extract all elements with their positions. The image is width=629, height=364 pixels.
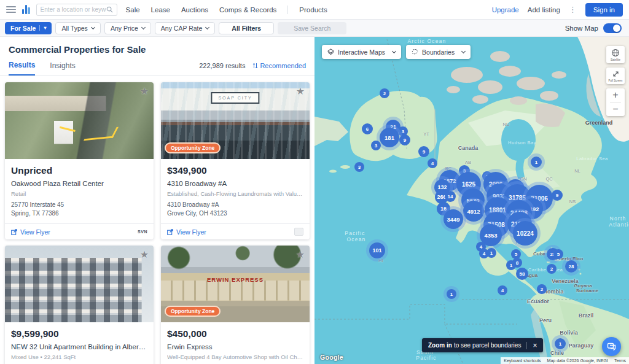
chevron-down-icon	[205, 25, 209, 29]
map-cluster[interactable]: 28	[565, 260, 577, 273]
sort-control[interactable]: Recommended	[252, 62, 306, 69]
map-cluster[interactable]: 4	[428, 158, 437, 168]
map-cluster[interactable]: 181	[380, 128, 399, 147]
sign-in-button[interactable]: Sign in	[585, 3, 623, 17]
favorite-star-icon[interactable]: ★	[296, 249, 305, 260]
map-cluster[interactable]: 9	[552, 190, 563, 201]
property-photo: ★	[5, 246, 154, 322]
property-photo: SOAP CITY ★ Opportunity Zone	[161, 82, 310, 159]
filter-dropdown-any-price[interactable]: Any Price	[104, 22, 151, 34]
map-right-controls: Satellite Full Screen + −	[606, 46, 625, 116]
view-flyer-link[interactable]: View Flyer	[167, 228, 206, 236]
card-footer: View Flyer	[161, 223, 310, 239]
map-cluster[interactable]: 1	[531, 157, 542, 168]
search-input[interactable]	[41, 6, 106, 13]
property-photo: ERWIN EXPRESS ★ Opportunity Zone	[161, 246, 310, 322]
map-cluster[interactable]: 14	[445, 191, 456, 202]
nav-links: SaleLeaseAuctionsComps & RecordsProducts	[126, 6, 327, 14]
zoom-out-button[interactable]: −	[606, 103, 625, 116]
map-attribution: Keyboard shortcuts Map data ©2026 Google…	[501, 357, 629, 364]
tab-results[interactable]: Results	[9, 61, 35, 76]
card-body: $450,000 Erwin Express Well-Equipped 4 B…	[161, 322, 310, 364]
crexi-logo-icon[interactable]	[22, 5, 30, 14]
globe-icon	[611, 48, 620, 57]
property-card[interactable]: ★ Unpriced Oakwood Plaza Retail Center R…	[5, 82, 154, 239]
map-cluster[interactable]: 2	[380, 88, 389, 98]
broker-logo	[294, 228, 303, 236]
show-map-toggle[interactable]	[603, 23, 622, 33]
map-cluster[interactable]: 101	[369, 242, 385, 258]
photo-text: SOAP CITY	[211, 92, 259, 104]
nav-link-sale[interactable]: Sale	[126, 6, 140, 14]
map-cluster[interactable]: 2	[537, 284, 547, 294]
kebab-menu-icon[interactable]: ⋮	[569, 6, 577, 14]
property-card[interactable]: ERWIN EXPRESS ★ Opportunity Zone $450,00…	[161, 246, 310, 364]
interactive-maps-dropdown[interactable]: Interactive Maps	[322, 45, 401, 59]
map-cluster[interactable]: 9	[418, 146, 429, 157]
map-cluster[interactable]: 2	[547, 264, 557, 274]
map-cluster[interactable]: 1	[447, 289, 456, 299]
terms-link[interactable]: Terms	[614, 358, 626, 363]
favorite-star-icon[interactable]: ★	[140, 249, 149, 260]
nav-link-products[interactable]: Products	[299, 6, 327, 14]
card-footer: View Flyer SVN	[5, 223, 154, 239]
external-link-icon	[11, 229, 17, 235]
map-top-controls: Interactive Maps Boundaries	[322, 45, 471, 59]
nav-link-comps-records[interactable]: Comps & Records	[219, 6, 276, 14]
satellite-button[interactable]: Satellite	[606, 46, 625, 63]
opportunity-zone-badge: Opportunity Zone	[165, 142, 221, 153]
search-icon	[106, 6, 113, 13]
property-cards-grid: ★ Unpriced Oakwood Plaza Retail Center R…	[0, 76, 314, 364]
property-name: NEW 32 Unit Apartment Building in Albert…	[11, 343, 147, 350]
boundaries-icon	[412, 48, 418, 55]
map-cluster[interactable]: 10224	[513, 221, 537, 246]
tab-insights[interactable]: Insights	[50, 61, 75, 75]
nav-link-auctions[interactable]: Auctions	[181, 6, 208, 14]
zoom-in-button[interactable]: +	[606, 88, 625, 102]
results-panel: Commercial Properties for Sale Results I…	[0, 37, 314, 364]
map-panel[interactable]: Arctic OceanGreenlandCanadaHudson BayLab…	[314, 37, 629, 364]
map-cluster[interactable]: 1	[486, 248, 496, 258]
all-filters-button[interactable]: All Filters	[219, 22, 274, 34]
address-line-2: Spring, TX 77386	[11, 209, 147, 218]
map-cluster[interactable]: 5	[553, 249, 563, 259]
full-screen-button[interactable]: Full Screen	[606, 68, 625, 84]
upgrade-link[interactable]: Upgrade	[492, 6, 519, 14]
caret-down-icon: ▾	[39, 25, 46, 31]
location-search[interactable]	[36, 4, 117, 16]
google-logo: Google	[320, 354, 343, 361]
map-cluster[interactable]: 4912	[463, 201, 484, 222]
map-cluster[interactable]: 4	[498, 285, 507, 295]
price: Unpriced	[11, 165, 147, 176]
property-card[interactable]: SOAP CITY ★ Opportunity Zone $349,900 43…	[161, 82, 310, 239]
tooltip-close-icon[interactable]: ×	[533, 341, 537, 350]
map-cluster[interactable]: 1	[555, 338, 566, 349]
property-card[interactable]: ★ $9,599,900 NEW 32 Unit Apartment Build…	[5, 246, 154, 364]
photo-text: ERWIN EXPRESS	[207, 276, 264, 283]
chat-button[interactable]	[602, 337, 621, 356]
nav-link-lease[interactable]: Lease	[151, 6, 170, 14]
card-body: $349,900 4310 Broadway #A Established, C…	[161, 159, 310, 239]
show-map-label: Show Map	[565, 25, 598, 32]
full-screen-icon	[612, 70, 620, 78]
property-type: Retail	[11, 190, 147, 197]
favorite-star-icon[interactable]: ★	[296, 85, 305, 97]
boundaries-dropdown[interactable]: Boundaries	[406, 45, 471, 59]
for-sale-dropdown[interactable]: For Sale▾	[5, 22, 52, 34]
add-listing-link[interactable]: Add listing	[528, 6, 560, 14]
view-flyer-link[interactable]: View Flyer	[11, 228, 50, 236]
filter-dropdown-all-types[interactable]: All Types	[55, 22, 100, 34]
map-cluster[interactable]: 6	[362, 123, 373, 134]
favorite-star-icon[interactable]: ★	[140, 85, 149, 97]
map-cluster[interactable]: 1	[506, 260, 516, 270]
keyboard-shortcuts-link[interactable]: Keyboard shortcuts	[504, 358, 541, 363]
map-cluster[interactable]: 9	[399, 134, 410, 145]
filter-dropdown-any-cap-rate[interactable]: Any CAP Rate	[155, 22, 216, 34]
hamburger-menu-icon[interactable]	[6, 6, 16, 13]
sort-arrows-icon	[252, 63, 258, 69]
map-cluster[interactable]: 58	[516, 268, 528, 280]
layers-icon	[327, 48, 334, 55]
map-cluster[interactable]: 3	[354, 162, 364, 172]
map-cluster[interactable]: 3449	[443, 209, 463, 229]
map-cluster[interactable]: 3	[371, 141, 381, 150]
